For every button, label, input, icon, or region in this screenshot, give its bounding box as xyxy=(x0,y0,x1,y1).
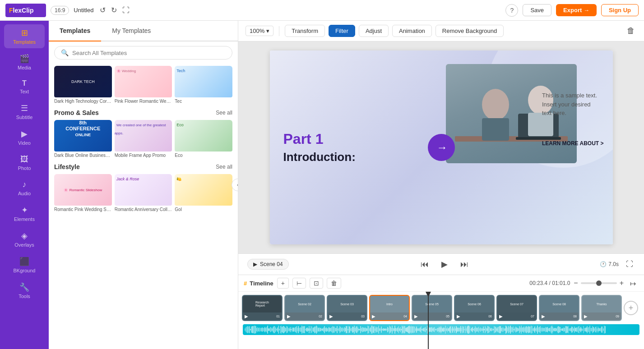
center-area: 100% ▾ Transform Filter Adjust Animation… xyxy=(238,21,644,349)
sidebar-item-tools[interactable]: 🔧 Tools xyxy=(4,279,45,303)
clock-icon: 🕐 xyxy=(600,261,607,267)
sidebar-item-label: Media xyxy=(18,65,31,70)
search-input[interactable] xyxy=(72,50,226,56)
save-button[interactable]: Save xyxy=(523,4,551,16)
template-card-pink-flower[interactable]: 🌸 Wedding Pink Flower Romantic Wedding .… xyxy=(115,66,172,104)
lifestyle-see-all[interactable]: See all xyxy=(216,164,232,170)
sidebar-item-label: Photo xyxy=(18,165,31,171)
search-bar: 🔍 xyxy=(49,41,238,64)
template-card-tec[interactable]: Tech Tec xyxy=(175,66,232,104)
zoom-slider[interactable] xyxy=(581,282,617,284)
animation-button[interactable]: Animation xyxy=(392,25,432,37)
zoom-thumb[interactable] xyxy=(596,280,602,286)
scene-badge: ▶ Scene 04 xyxy=(247,259,289,270)
template-name-eco: Eco xyxy=(175,153,232,158)
delete-clip-button[interactable]: 🗑 xyxy=(327,278,341,289)
timeline-clip-1[interactable]: ResearchReport ▶ 01 xyxy=(242,295,283,321)
add-scene-button[interactable]: + xyxy=(277,278,289,289)
delete-button[interactable]: 🗑 xyxy=(625,24,637,37)
timeline-clip-3[interactable]: Scene 03 ▶ 03 xyxy=(327,295,367,321)
audio-waveform[interactable] xyxy=(243,324,639,335)
template-card-wedding[interactable]: Jack & Rose Romantic Anniversary Collage… xyxy=(115,174,172,212)
sidebar-item-templates[interactable]: ⊞ Templates xyxy=(4,24,45,48)
template-thumb-gold: 🍋 xyxy=(175,174,232,206)
help-button[interactable]: ? xyxy=(505,4,518,17)
clip-1-play-icon: ▶ xyxy=(245,314,248,319)
add-clip-button[interactable]: + xyxy=(624,301,638,315)
template-name-app-promo: Mobile Frame App Promo xyxy=(115,153,172,158)
template-card-dark-tech[interactable]: DARK TECH Dark High Technology Corporate… xyxy=(54,66,112,104)
lifestyle-templates-grid: 🌸 Romantic Slideshow Romantic Pink Weddi… xyxy=(54,174,232,212)
canvas-sample-text-line2: Insert your desired xyxy=(542,100,604,109)
clip-1-controls: ▶ 01 xyxy=(243,312,282,320)
adjust-button[interactable]: Adjust xyxy=(359,25,389,37)
template-name-pink-flower: Pink Flower Romantic Wedding ... xyxy=(115,99,172,104)
template-name-tec: Tec xyxy=(175,99,232,104)
timeline-clip-7[interactable]: Scene 07 ▶ 07 xyxy=(496,295,537,321)
panel-tabs: Templates My Templates xyxy=(49,21,238,41)
fullscreen-button[interactable]: ⛶ xyxy=(120,4,131,16)
timeline-clip-4[interactable]: Intro ▶ 04 xyxy=(369,295,410,321)
play-button-overlay[interactable]: → xyxy=(428,134,455,161)
timeline-zoom-control: − + xyxy=(574,279,624,287)
toolbar-separator-1 xyxy=(279,26,279,36)
transform-button[interactable]: Transform xyxy=(285,25,325,37)
timeline-clip-9[interactable]: Thanks ▶ 09 xyxy=(581,295,622,321)
promo-section-header: Promo & Sales See all xyxy=(54,109,232,116)
template-card-floral[interactable]: 🌸 Romantic Slideshow Romantic Pink Weddi… xyxy=(54,174,112,212)
ratio-badge[interactable]: 16:9 xyxy=(51,6,69,15)
zoom-in-button[interactable]: + xyxy=(620,279,624,287)
filter-button[interactable]: Filter xyxy=(329,25,355,37)
signup-button[interactable]: Sign Up xyxy=(601,4,639,16)
promo-see-all[interactable]: See all xyxy=(216,110,232,116)
sidebar-item-subtitle[interactable]: ☰ Subtitle xyxy=(4,100,45,124)
timeline-clip-6[interactable]: Scene 06 ▶ 06 xyxy=(454,295,495,321)
timeline-clip-2[interactable]: Scene 02 ▶ 02 xyxy=(284,295,325,321)
sidebar-item-overlays[interactable]: ◈ Overlays xyxy=(4,227,45,251)
sidebar-item-audio[interactable]: ♪ Audio xyxy=(4,176,45,200)
undo-button[interactable]: ↺ xyxy=(98,4,107,16)
clip-1-thumb: ResearchReport ▶ 01 xyxy=(243,296,282,320)
template-card-conference[interactable]: 8thCONFERENCEONLINE Dark Blue Online Bus… xyxy=(54,120,112,158)
redo-button[interactable]: ↻ xyxy=(109,4,119,16)
sidebar-item-media[interactable]: 🎬 Media xyxy=(4,50,45,74)
sidebar-item-video[interactable]: ▶ Video xyxy=(4,125,45,149)
sidebar-item-photo[interactable]: 🖼 Photo xyxy=(4,151,45,174)
canvas-sample-text-line1: This is a sample text. xyxy=(542,91,604,100)
sidebar-item-bkground[interactable]: ⬛ BKground xyxy=(4,253,45,277)
sidebar-item-elements[interactable]: ✦ Elements xyxy=(4,202,45,225)
sidebar: ⊞ Templates 🎬 Media T Text ☰ Subtitle ▶ … xyxy=(0,21,49,349)
split-button[interactable]: ⊢ xyxy=(292,278,306,289)
export-button[interactable]: Export → xyxy=(556,4,597,16)
video-icon: ▶ xyxy=(21,129,28,139)
canvas-fullscreen-button[interactable]: ⛶ xyxy=(624,258,635,270)
template-thumb-floral: 🌸 Romantic Slideshow xyxy=(54,174,112,206)
zoom-out-button[interactable]: − xyxy=(574,279,578,287)
tab-templates[interactable]: Templates xyxy=(49,21,101,41)
timeline-clip-8[interactable]: Scene 08 ▶ 08 xyxy=(539,295,579,321)
canvas-right-panel: This is a sample text. Insert your desir… xyxy=(441,51,613,244)
template-card-app-promo[interactable]: We created one of the greatest apps. Mob… xyxy=(115,120,172,158)
duplicate-button[interactable]: ⊡ xyxy=(310,278,323,289)
zoom-control[interactable]: 100% ▾ xyxy=(246,26,273,36)
promo-section-title: Promo & Sales xyxy=(54,109,99,116)
timeline-end-button[interactable]: ↦ xyxy=(627,278,639,289)
sidebar-item-label: Audio xyxy=(18,191,31,196)
play-pause-button[interactable]: ▶ xyxy=(438,257,451,271)
skip-back-button[interactable]: ⏮ xyxy=(417,258,432,271)
template-thumb-conference: 8thCONFERENCEONLINE xyxy=(54,120,112,152)
remove-bg-button[interactable]: Remove Background xyxy=(436,25,504,37)
top-templates-grid: DARK TECH Dark High Technology Corporate… xyxy=(54,66,232,104)
template-card-gold[interactable]: 🍋 Gol xyxy=(175,174,232,212)
canvas-text-block: This is a sample text. Insert your desir… xyxy=(542,91,604,147)
chevron-down-icon: ▾ xyxy=(266,28,269,34)
template-name-dark-tech: Dark High Technology Corporate... xyxy=(54,99,112,104)
skip-forward-button[interactable]: ⏭ xyxy=(457,258,472,271)
main-layout: ⊞ Templates 🎬 Media T Text ☰ Subtitle ▶ … xyxy=(0,21,644,349)
template-card-eco[interactable]: Eco Eco xyxy=(175,120,232,158)
logo[interactable]: FlexClip xyxy=(5,4,46,17)
timeline-clip-5[interactable]: Scene 05 ▶ 05 xyxy=(412,295,452,321)
sidebar-item-text[interactable]: T Text xyxy=(4,76,45,98)
subtitle-icon: ☰ xyxy=(21,103,28,113)
tab-my-templates[interactable]: My Templates xyxy=(101,21,162,41)
